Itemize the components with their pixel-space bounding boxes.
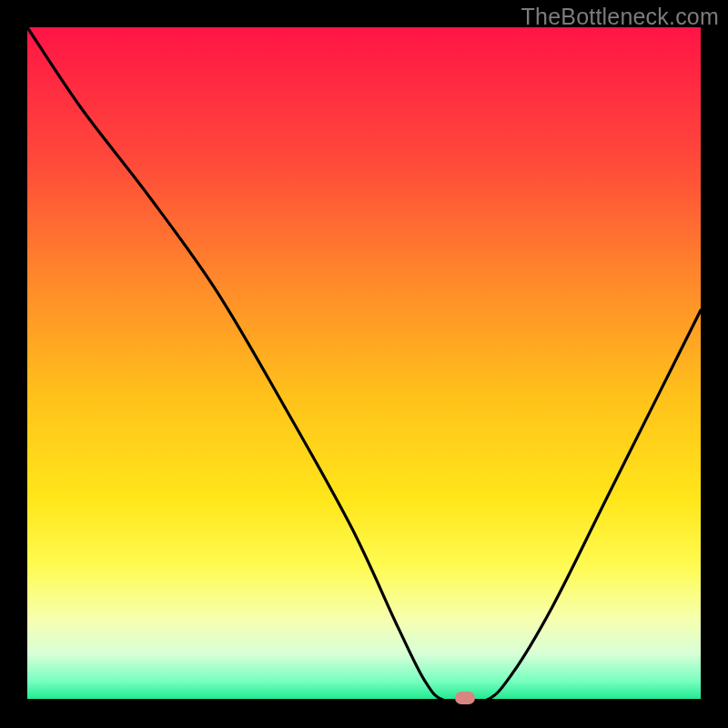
chart-root: TheBottleneck.com [0,0,728,728]
watermark-text: TheBottleneck.com [521,4,719,30]
bottleneck-curve [27,27,701,701]
optimal-point-marker [455,692,475,704]
plot-area [27,27,701,701]
